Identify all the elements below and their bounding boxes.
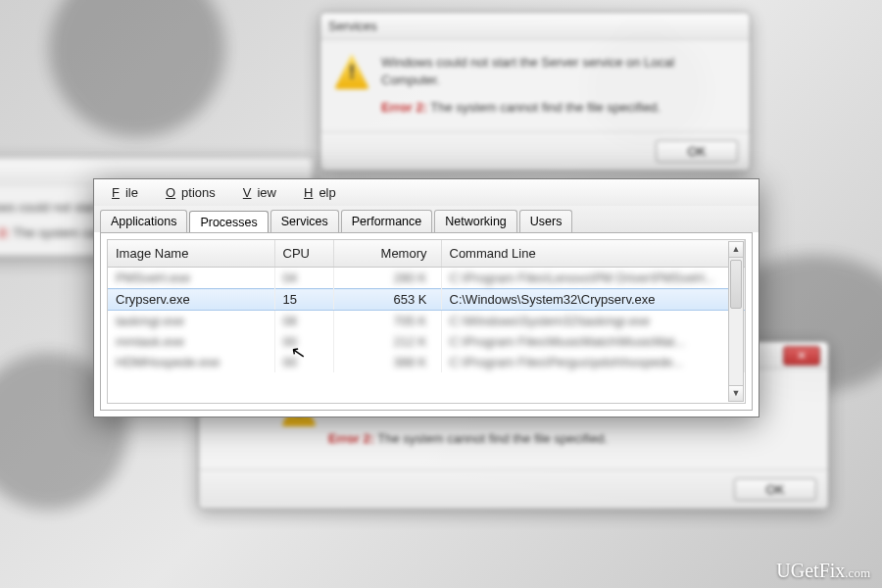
table-row[interactable]: PMSveH.exe 04 280 K C:\Program Files\Len… bbox=[108, 268, 745, 289]
table-row[interactable]: taskmgr.exe 08 705 K C:\Windows\System32… bbox=[108, 311, 745, 332]
dialog-services-top: Services Windows could not start the Ser… bbox=[319, 12, 751, 172]
dialog-error-label: Error 2: bbox=[328, 431, 374, 446]
menu-options[interactable]: Options bbox=[154, 183, 221, 202]
scroll-thumb[interactable] bbox=[730, 260, 742, 309]
vertical-scrollbar[interactable]: ▲ ▼ bbox=[728, 241, 744, 402]
dialog-error-label: Error 2: bbox=[381, 100, 427, 115]
tab-bar: Applications Processes Services Performa… bbox=[94, 206, 759, 232]
cell-memory: 653 K bbox=[333, 289, 441, 311]
close-button[interactable]: ✕ bbox=[783, 346, 820, 366]
dialog-title-text: Services bbox=[328, 19, 377, 33]
watermark: UGetFix.com bbox=[776, 560, 870, 582]
ok-button[interactable]: OK bbox=[656, 140, 738, 163]
dialog-message-line1: Windows could not start the Server servi… bbox=[381, 54, 736, 89]
process-grid: Image Name CPU Memory Command Line PMSve… bbox=[100, 232, 753, 411]
cell-command: C:\Windows\System32\Crypserv.exe bbox=[441, 289, 745, 311]
scroll-up-icon[interactable]: ▲ bbox=[729, 242, 743, 258]
tab-networking[interactable]: Networking bbox=[434, 210, 517, 232]
cell-cpu: 15 bbox=[274, 289, 333, 311]
dialog-error-label: Error 2: bbox=[0, 225, 10, 240]
col-command-line[interactable]: Command Line bbox=[441, 240, 745, 268]
ok-button[interactable]: OK bbox=[734, 478, 816, 501]
table-header-row: Image Name CPU Memory Command Line bbox=[108, 240, 745, 268]
table-row-selected[interactable]: Crypserv.exe 15 653 K C:\Windows\System3… bbox=[108, 289, 745, 311]
col-memory[interactable]: Memory bbox=[333, 240, 441, 268]
scroll-down-icon[interactable]: ▼ bbox=[729, 385, 743, 401]
col-image-name[interactable]: Image Name bbox=[108, 240, 274, 268]
menu-file[interactable]: File bbox=[100, 183, 144, 202]
dialog-message-line2: The system cannot find the file specifie… bbox=[377, 431, 608, 446]
col-cpu[interactable]: CPU bbox=[274, 240, 333, 268]
dialog-message-line2: The system cannot find the file specifie… bbox=[430, 100, 661, 115]
tab-users[interactable]: Users bbox=[519, 210, 573, 232]
tab-performance[interactable]: Performance bbox=[341, 210, 433, 232]
tab-processes[interactable]: Processes bbox=[189, 211, 268, 233]
tab-applications[interactable]: Applications bbox=[100, 210, 187, 232]
table-row[interactable]: HDMHospede.exe 00 388 K C:\Program Files… bbox=[108, 352, 745, 372]
warning-icon bbox=[334, 54, 369, 89]
menu-help[interactable]: Help bbox=[292, 183, 342, 202]
menu-bar: File Options View Help bbox=[94, 179, 759, 206]
menu-view[interactable]: View bbox=[231, 183, 282, 202]
cell-image-name: Crypserv.exe bbox=[108, 289, 274, 311]
table-row[interactable]: mmtask.exe 00 212 K C:\Program Files\Mus… bbox=[108, 331, 745, 352]
task-manager-window: File Options View Help Applications Proc… bbox=[93, 178, 760, 417]
tab-services[interactable]: Services bbox=[270, 210, 339, 232]
